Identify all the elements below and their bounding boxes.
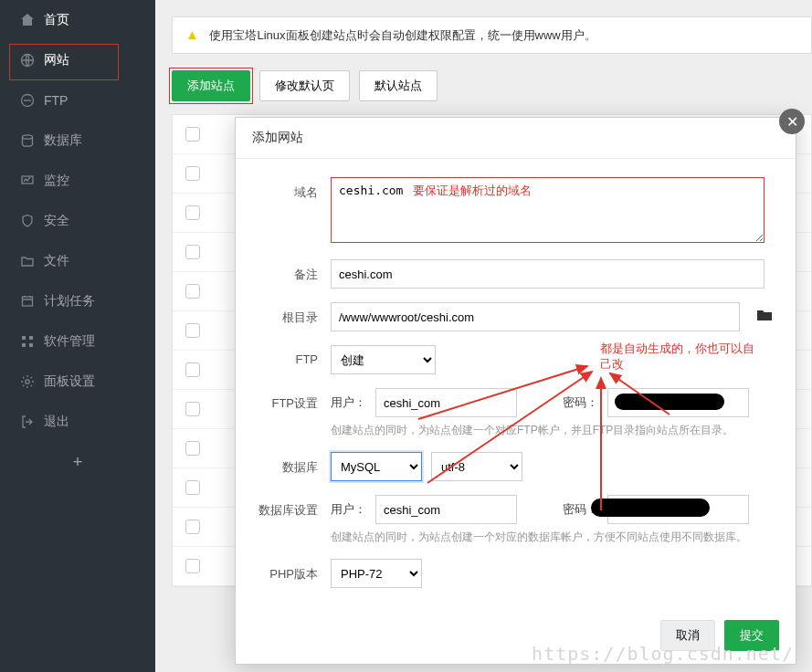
modal-title: 添加网站 — [236, 118, 796, 159]
sidebar-item-website[interactable]: 网站 — [0, 40, 155, 80]
sidebar-item-label: 数据库 — [44, 132, 82, 149]
sidebar-item-label: 监控 — [44, 173, 69, 189]
remark-label: 备注 — [258, 259, 331, 283]
sidebar-item-label: 面板设置 — [44, 373, 95, 390]
gear-icon — [20, 374, 44, 389]
database-select[interactable]: MySQL — [331, 452, 422, 481]
ftp-label: FTP — [258, 345, 331, 366]
sidebar-item-software[interactable]: 软件管理 — [0, 321, 155, 362]
redaction-mark — [591, 499, 710, 517]
apps-icon — [20, 334, 44, 349]
row-checkbox[interactable] — [185, 323, 200, 338]
ftp-user-label: 用户： — [331, 394, 366, 411]
root-input[interactable] — [331, 302, 740, 331]
row-checkbox[interactable] — [185, 166, 200, 181]
php-label: PHP版本 — [258, 559, 331, 583]
sidebar-add-button[interactable]: + — [0, 442, 155, 483]
row-checkbox[interactable] — [185, 127, 200, 142]
database-icon — [20, 133, 44, 148]
svg-point-9 — [26, 380, 29, 383]
modal-body: 域名 要保证是解析过的域名 备注 根目录 — [236, 159, 796, 611]
sidebar-item-monitor[interactable]: 监控 — [0, 161, 155, 201]
ftp-user-input[interactable] — [375, 388, 517, 417]
add-site-highlight: 添加站点 — [169, 68, 253, 104]
row-checkbox[interactable] — [185, 441, 200, 456]
exit-icon — [20, 415, 44, 429]
sidebar-item-security[interactable]: 安全 — [0, 201, 155, 241]
ftp-password-label: 密码： — [563, 394, 598, 411]
svg-rect-8 — [29, 343, 33, 347]
svg-rect-4 — [23, 297, 33, 306]
browse-folder-icon[interactable] — [756, 308, 773, 327]
remark-input[interactable] — [331, 259, 765, 289]
home-icon — [20, 13, 44, 27]
redaction-mark — [615, 394, 724, 410]
row-checkbox[interactable] — [185, 520, 200, 534]
auto-annotation: 都是自动生成的，你也可以自己改 — [600, 341, 755, 373]
sidebar-item-files[interactable]: 文件 — [0, 241, 155, 281]
globe-icon — [20, 53, 44, 68]
modal-close-button[interactable]: ✕ — [779, 109, 805, 134]
warning-icon: ▲ — [185, 26, 199, 42]
db-settings-label: 数据库设置 — [258, 495, 331, 519]
row-checkbox[interactable] — [185, 402, 200, 416]
sidebar-item-home[interactable]: 首页 — [0, 0, 155, 40]
modify-default-button[interactable]: 修改默认页 — [259, 70, 350, 101]
svg-rect-5 — [22, 336, 26, 340]
sidebar-item-label: 计划任务 — [44, 293, 95, 310]
sidebar-item-label: 网站 — [44, 52, 69, 68]
shield-icon — [20, 214, 44, 228]
ftp-select[interactable]: 创建 — [331, 345, 436, 374]
sidebar-item-label: 退出 — [44, 414, 69, 430]
sidebar-item-label: FTP — [44, 93, 68, 108]
row-checkbox[interactable] — [185, 284, 200, 299]
root-label: 根目录 — [258, 302, 331, 326]
row-checkbox[interactable] — [185, 480, 200, 495]
svg-rect-7 — [22, 343, 26, 347]
modal-overlay: ✕ 添加网站 域名 要保证是解析过的域名 备注 根目录 — [155, 108, 812, 672]
db-user-label: 用户： — [331, 501, 366, 518]
db-user-input[interactable] — [375, 495, 517, 524]
sidebar: 首页 网站 FTP 数据库 监控 安全 文件 — [0, 0, 155, 672]
ftp-icon — [20, 93, 44, 108]
default-site-button[interactable]: 默认站点 — [359, 70, 438, 101]
domain-label: 域名 — [258, 177, 331, 201]
sidebar-item-exit[interactable]: 退出 — [0, 402, 155, 442]
sidebar-item-ftp[interactable]: FTP — [0, 80, 155, 121]
alert-text: 使用宝塔Linux面板创建站点时会自动创建权限配置，统一使用www用户。 — [209, 28, 596, 42]
cancel-button[interactable]: 取消 — [660, 620, 715, 651]
ftp-settings-label: FTP设置 — [258, 388, 331, 412]
svg-point-2 — [23, 135, 33, 139]
add-site-button[interactable]: 添加站点 — [172, 70, 250, 101]
alert-banner: ▲ 使用宝塔Linux面板创建站点时会自动创建权限配置，统一使用www用户。 — [172, 16, 812, 54]
folder-icon — [20, 254, 44, 268]
charset-select[interactable]: utf-8 — [431, 452, 522, 481]
button-row: 添加站点 修改默认页 默认站点 — [172, 70, 812, 101]
row-checkbox[interactable] — [185, 245, 200, 259]
db-hint: 创建站点的同时，为站点创建一个对应的数据库帐户，方便不同站点使用不同数据库。 — [331, 530, 774, 545]
domain-input[interactable] — [331, 177, 765, 243]
ftp-hint: 创建站点的同时，为站点创建一个对应FTP帐户，并且FTP目录指向站点所在目录。 — [331, 423, 774, 438]
sidebar-item-label: 软件管理 — [44, 333, 95, 350]
sidebar-item-label: 安全 — [44, 213, 69, 229]
modal-footer: 取消 提交 — [236, 611, 796, 664]
calendar-icon — [20, 294, 44, 309]
add-website-modal: ✕ 添加网站 域名 要保证是解析过的域名 备注 根目录 — [235, 117, 796, 665]
row-checkbox[interactable] — [185, 205, 200, 220]
sidebar-item-label: 首页 — [44, 12, 69, 28]
sidebar-item-settings[interactable]: 面板设置 — [0, 362, 155, 402]
row-checkbox[interactable] — [185, 559, 200, 573]
php-select[interactable]: PHP-72 — [331, 559, 422, 588]
svg-rect-6 — [29, 336, 33, 340]
database-label: 数据库 — [258, 452, 331, 476]
monitor-icon — [20, 173, 44, 188]
submit-button[interactable]: 提交 — [724, 620, 779, 651]
sidebar-item-database[interactable]: 数据库 — [0, 121, 155, 161]
row-checkbox[interactable] — [185, 362, 200, 377]
sidebar-item-schedule[interactable]: 计划任务 — [0, 281, 155, 321]
sidebar-item-label: 文件 — [44, 253, 69, 269]
